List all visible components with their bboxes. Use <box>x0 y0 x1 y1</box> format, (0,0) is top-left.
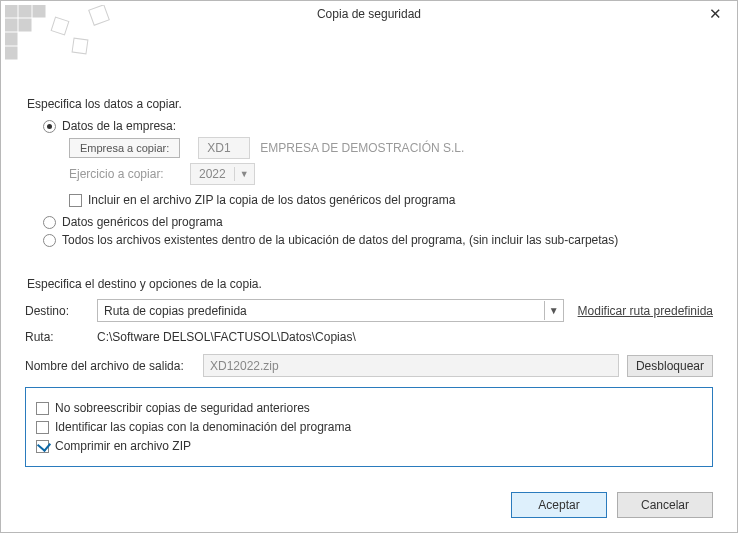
checkbox-icon <box>69 194 82 207</box>
app-logo <box>5 5 115 63</box>
checkbox-no-overwrite[interactable]: No sobreescribir copias de seguridad ant… <box>36 401 702 415</box>
modify-path-link[interactable]: Modificar ruta predefinida <box>578 304 713 318</box>
svg-rect-8 <box>72 38 88 54</box>
radio-generic-data[interactable]: Datos genéricos del programa <box>43 215 713 229</box>
svg-rect-3 <box>5 19 17 31</box>
radio-icon <box>43 234 56 247</box>
footer-buttons: Aceptar Cancelar <box>511 492 713 518</box>
cancel-button[interactable]: Cancelar <box>617 492 713 518</box>
svg-rect-2 <box>33 5 45 17</box>
destination-select[interactable]: Ruta de copias predefinida ▼ <box>97 299 564 322</box>
output-name-field: XD12022.zip <box>203 354 619 377</box>
company-name-label: EMPRESA DE DEMOSTRACIÓN S.L. <box>260 141 464 155</box>
options-highlight-box: No sobreescribir copias de seguridad ant… <box>25 387 713 467</box>
checkbox-no-overwrite-label: No sobreescribir copias de seguridad ant… <box>55 401 310 415</box>
path-row: Ruta: C:\Software DELSOL\FACTUSOL\Datos\… <box>25 330 713 344</box>
radio-company-label: Datos de la empresa: <box>62 119 176 133</box>
radio-all-label: Todos los archivos existentes dentro de … <box>62 233 618 247</box>
checkbox-icon <box>36 440 49 453</box>
exercise-label: Ejercicio a copiar: <box>69 167 172 181</box>
destination-value: Ruta de copias predefinida <box>98 304 544 318</box>
section2-heading: Especifica el destino y opciones de la c… <box>27 277 713 291</box>
include-generic-checkbox[interactable]: Incluir en el archivo ZIP la copia de lo… <box>69 193 713 207</box>
svg-rect-9 <box>89 5 110 25</box>
radio-icon <box>43 120 56 133</box>
svg-rect-4 <box>19 19 31 31</box>
svg-rect-1 <box>19 5 31 17</box>
company-to-copy-row: Empresa a copiar: XD1 EMPRESA DE DEMOSTR… <box>69 137 713 159</box>
radio-generic-label: Datos genéricos del programa <box>62 215 223 229</box>
radio-company-data[interactable]: Datos de la empresa: <box>43 119 713 133</box>
checkbox-compress-zip[interactable]: Comprimir en archivo ZIP <box>36 439 702 453</box>
output-name-value: XD12022.zip <box>210 359 279 373</box>
exercise-year-select[interactable]: 2022 ▼ <box>190 163 255 185</box>
svg-rect-7 <box>51 17 69 35</box>
checkbox-identify[interactable]: Identificar las copias con la denominaci… <box>36 420 702 434</box>
destination-label: Destino: <box>25 304 97 318</box>
radio-icon <box>43 216 56 229</box>
company-to-copy-button[interactable]: Empresa a copiar: <box>69 138 180 158</box>
title-bar: Copia de seguridad ✕ <box>1 1 737 35</box>
unlock-button[interactable]: Desbloquear <box>627 355 713 377</box>
output-name-row: Nombre del archivo de salida: XD12022.zi… <box>25 354 713 377</box>
company-code-field: XD1 <box>198 137 250 159</box>
checkbox-identify-label: Identificar las copias con la denominaci… <box>55 420 351 434</box>
chevron-down-icon: ▼ <box>544 301 563 320</box>
checkbox-icon <box>36 421 49 434</box>
exercise-row: Ejercicio a copiar: 2022 ▼ <box>69 163 713 185</box>
backup-dialog: Copia de seguridad ✕ Especifica los dato… <box>0 0 738 533</box>
checkbox-icon <box>36 402 49 415</box>
checkbox-compress-label: Comprimir en archivo ZIP <box>55 439 191 453</box>
accept-button[interactable]: Aceptar <box>511 492 607 518</box>
exercise-year-value: 2022 <box>191 164 234 184</box>
svg-rect-5 <box>5 33 17 45</box>
section1-heading: Especifica los datos a copiar. <box>27 97 713 111</box>
include-generic-label: Incluir en el archivo ZIP la copia de lo… <box>88 193 455 207</box>
svg-rect-6 <box>5 47 17 59</box>
close-button[interactable]: ✕ <box>705 5 725 25</box>
destination-row: Destino: Ruta de copias predefinida ▼ Mo… <box>25 299 713 322</box>
path-value: C:\Software DELSOL\FACTUSOL\Datos\Copias… <box>97 330 356 344</box>
output-name-label: Nombre del archivo de salida: <box>25 359 203 373</box>
chevron-down-icon: ▼ <box>234 167 254 181</box>
path-label: Ruta: <box>25 330 97 344</box>
radio-all-files[interactable]: Todos los archivos existentes dentro de … <box>43 233 713 247</box>
svg-rect-0 <box>5 5 17 17</box>
